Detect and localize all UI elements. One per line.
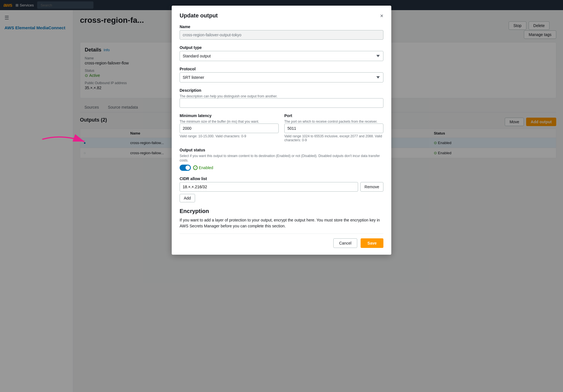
modal-footer: Cancel Save: [180, 234, 383, 248]
port-form-group: Port The port on which to receive contro…: [284, 113, 383, 142]
output-status-toggle[interactable]: [180, 165, 191, 171]
description-label: Description: [180, 88, 383, 93]
port-hint: The port on which to receive control pac…: [284, 120, 377, 124]
port-label: Port: [284, 113, 383, 118]
protocol-select[interactable]: SRT listener SRT caller RTP-FEC RTP RIST…: [180, 72, 383, 82]
remove-button[interactable]: Remove: [360, 182, 383, 192]
protocol-form-group: Protocol SRT listener SRT caller RTP-FEC…: [180, 67, 383, 82]
port-input[interactable]: [284, 124, 383, 133]
description-hint: The description can help you distinguish…: [180, 94, 278, 98]
output-type-label: Output type: [180, 45, 383, 50]
description-form-group: Description The description can help you…: [180, 88, 383, 108]
add-cidr-button[interactable]: Add: [180, 194, 195, 202]
encryption-section: Encryption If you want to add a layer of…: [180, 208, 383, 229]
min-latency-hint: The minimum size of the buffer (in ms) t…: [180, 120, 259, 124]
cidr-row: Remove: [180, 182, 383, 192]
save-button[interactable]: Save: [361, 238, 383, 248]
toggle-container: ✓ Enabled: [180, 165, 383, 171]
enabled-label: ✓ Enabled: [193, 165, 213, 170]
port-note: Valid range 1024 to 65535 inclusive, exc…: [284, 134, 383, 142]
output-type-select[interactable]: Standard output CDI output ST 2110 JPEG …: [180, 51, 383, 61]
name-form-group: Name: [180, 24, 383, 40]
cancel-button[interactable]: Cancel: [333, 238, 358, 248]
close-button[interactable]: ×: [380, 13, 383, 19]
modal-backdrop: Update output × Name Output type Standar…: [0, 0, 563, 392]
name-field-label: Name: [180, 24, 383, 29]
cidr-label: CIDR allow list: [180, 176, 383, 181]
check-circle-icon: ✓: [193, 165, 198, 170]
output-status-hint: Select if you want this output to stream…: [180, 154, 380, 162]
output-type-form-group: Output type Standard output CDI output S…: [180, 45, 383, 61]
min-latency-label: Minimum latency: [180, 113, 279, 118]
min-latency-note: Valid range: 10-15,000. Valid characters…: [180, 134, 279, 138]
name-field[interactable]: [180, 30, 383, 40]
modal-title: Update output: [180, 12, 218, 19]
modal-header: Update output ×: [180, 12, 383, 19]
min-latency-input[interactable]: [180, 124, 279, 133]
update-output-modal: Update output × Name Output type Standar…: [172, 6, 391, 255]
min-latency-form-group: Minimum latency The minimum size of the …: [180, 113, 279, 142]
output-status-label: Output status: [180, 148, 383, 152]
latency-port-row: Minimum latency The minimum size of the …: [180, 113, 383, 148]
protocol-label: Protocol: [180, 67, 383, 71]
toggle-thumb: [186, 165, 190, 170]
cidr-form-group: CIDR allow list Remove Add: [180, 176, 383, 202]
enabled-text: Enabled: [199, 165, 213, 170]
encryption-title: Encryption: [180, 208, 383, 214]
output-status-form-group: Output status Select if you want this ou…: [180, 148, 383, 171]
encryption-desc: If you want to add a layer of protection…: [180, 217, 383, 229]
description-input[interactable]: [180, 98, 383, 108]
toggle-track: [180, 165, 191, 171]
cidr-input[interactable]: [180, 182, 358, 192]
